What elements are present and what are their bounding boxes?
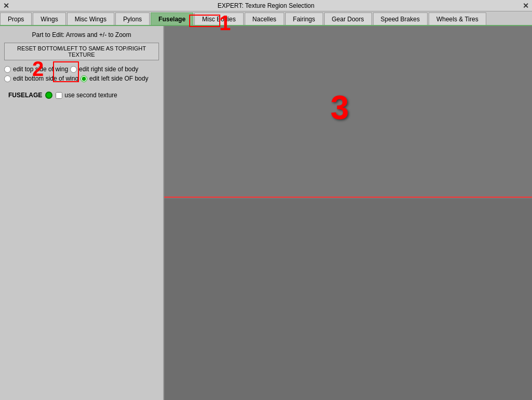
- tab-wheels-tires[interactable]: Wheels & Tires: [429, 12, 486, 25]
- radio-right-side[interactable]: [70, 66, 77, 73]
- title-text: EXPERT: Texture Region Selection: [218, 2, 314, 9]
- tab-misc-wings[interactable]: Misc Wings: [67, 12, 114, 25]
- title-bar: ✕ EXPERT: Texture Region Selection ✕: [0, 0, 532, 11]
- radio-row-top: edit top side of wing edit right side of…: [4, 66, 159, 73]
- fuselage-indicator: [45, 92, 52, 99]
- title-bar-close-left[interactable]: ✕: [3, 2, 9, 10]
- annotation-3: 3: [330, 88, 349, 127]
- tab-pylons[interactable]: Pylons: [115, 12, 150, 25]
- radio-top-side-label: edit top side of wing: [13, 66, 68, 73]
- second-texture-checkbox[interactable]: [56, 92, 62, 99]
- tab-props[interactable]: Props: [0, 12, 32, 25]
- top-canvas-section: 3: [164, 26, 532, 198]
- tab-speed-brakes[interactable]: Speed Brakes: [373, 12, 428, 25]
- fuselage-label: FUSELAGE: [8, 92, 42, 99]
- second-texture-label: use second texture: [64, 92, 117, 99]
- tab-fuselage[interactable]: Fuselage: [151, 12, 193, 25]
- radio-left-side[interactable]: [81, 75, 87, 82]
- canvas-area: 3: [164, 26, 532, 400]
- tab-nacelles[interactable]: Nacelles: [245, 12, 284, 25]
- radio-bottom-side[interactable]: [4, 75, 11, 82]
- radio-top-side[interactable]: [4, 66, 11, 73]
- reset-button[interactable]: RESET BOTTOM/LEFT TO SAME AS TOP/RIGHT T…: [4, 43, 159, 60]
- radio-row-bottom: edit bottom side of wing edit left side …: [4, 75, 159, 82]
- left-panel: Part to Edit: Arrows and +/- to Zoom RES…: [0, 26, 164, 400]
- tab-fairings[interactable]: Fairings: [285, 12, 323, 25]
- tab-misc-bodies[interactable]: Misc Bodies: [194, 12, 244, 25]
- title-bar-close-right[interactable]: ✕: [523, 2, 529, 10]
- nav-tabs: Props Wings Misc Wings Pylons Fuselage M…: [0, 11, 532, 26]
- radio-left-side-label: edit left side OF body: [89, 75, 148, 82]
- bottom-canvas-section: [164, 199, 532, 400]
- part-to-edit-label: Part to Edit: Arrows and +/- to Zoom: [4, 30, 159, 40]
- main-layout: Part to Edit: Arrows and +/- to Zoom RES…: [0, 26, 532, 400]
- tab-wings[interactable]: Wings: [33, 12, 65, 25]
- radio-group: edit top side of wing edit right side of…: [4, 63, 159, 84]
- radio-right-side-label: edit right side of body: [79, 66, 138, 73]
- radio-bottom-side-label: edit bottom side of wing: [13, 75, 78, 82]
- fuselage-row: FUSELAGE use second texture: [4, 87, 159, 99]
- second-texture-row: use second texture: [56, 92, 117, 99]
- tab-gear-doors[interactable]: Gear Doors: [324, 12, 372, 25]
